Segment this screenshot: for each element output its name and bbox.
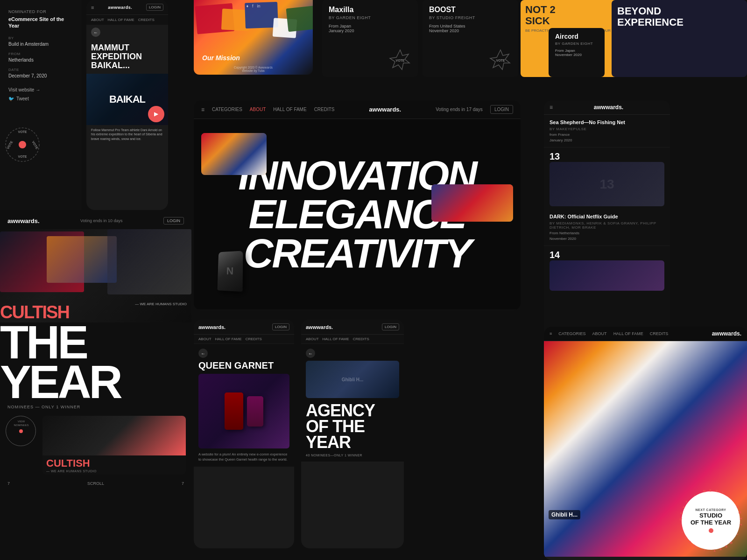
by-label: By: [8, 36, 73, 40]
nav-credits[interactable]: CREDITS: [314, 107, 335, 112]
bphone2-nav-credits[interactable]: CREDITS: [353, 337, 369, 341]
bphone1-nav-hall[interactable]: HALL OF FAME: [215, 337, 242, 341]
rsp-item-sea-shepherd: Sea Shepherd—No Fishing Net BY MAKEYEPUL…: [544, 115, 670, 147]
rsp-brand: awwwards.: [594, 104, 623, 111]
bphone2-back-button[interactable]: ←: [306, 349, 315, 358]
scroll-info: 7 SCROLL 7: [0, 478, 191, 489]
bphone1-nav-about[interactable]: ABOUT: [198, 337, 211, 341]
nav-halloffame[interactable]: HALL OF FAME: [273, 107, 306, 112]
brc-nav-categories[interactable]: CATEGORIES: [558, 331, 585, 336]
collage-img-2: [47, 236, 117, 283]
boost-vote-badge[interactable]: VOTE: [489, 49, 512, 71]
phone-title: MAMMUT EXPEDITION BAIKAL...: [86, 40, 168, 74]
bphone2-nav-hall[interactable]: HALL OF FAME: [323, 337, 349, 341]
beyond-experience-card: BEYONDEXPERIENCE: [612, 0, 747, 77]
phone-back-area: ←: [86, 25, 168, 40]
bphone1-nav: ABOUT HALL OF FAME CREDITS: [194, 335, 294, 344]
bphone2-body: ← Ghibli H... AGENCY OF THE YEAR 40 NOMI…: [301, 344, 404, 462]
phone-nav-about[interactable]: ABOUT: [91, 18, 104, 22]
bl-brand: awwwards.: [7, 217, 40, 224]
cultish-card-info: Cultish — WE ARE HUMANS STUDIO: [42, 455, 186, 475]
rsp-item-dark: DARK: Official Netflix Guide BY MEDIAMON…: [544, 209, 670, 246]
brc-nav-hall[interactable]: HALL OF FAME: [613, 331, 643, 336]
bphone2-nominees: 40 NOMINEES—ONLY 1 WINNER: [306, 454, 399, 457]
bl-voting: Voting ends in 10 days: [80, 218, 123, 223]
bphone2-ghibli-image: Ghibli H...: [306, 361, 399, 398]
beyond-title: BEYONDEXPERIENCE: [617, 6, 741, 28]
nav-categories[interactable]: CATEGORIES: [212, 107, 242, 112]
bphone2-login[interactable]: LOGIN: [382, 323, 399, 330]
scroll-label: SCROLL: [87, 481, 104, 486]
maxilla-vote-area[interactable]: VOTE: [329, 49, 411, 71]
bphone1-nav-credits[interactable]: CREDITS: [246, 337, 262, 341]
bl-collage: Cultish — WE ARE HUMANS STUDIO: [0, 229, 191, 322]
vote-circle-left[interactable]: VOTE VOTE VOTE VOTE: [4, 126, 41, 163]
nominees-area: VIEWNOMINEES Cultish — WE ARE HUMANS STU…: [0, 412, 191, 478]
bphone1-login[interactable]: LOGIN: [272, 323, 289, 330]
usb-shape: [217, 251, 243, 292]
brc-nav-about[interactable]: ABOUT: [592, 331, 607, 336]
dark-thumbnail: 13: [550, 162, 664, 206]
phone-login-button[interactable]: LOGIN: [146, 4, 163, 11]
sea-shepherd-date: January 2020: [550, 138, 664, 142]
nav-hamburger-icon: ≡: [201, 106, 204, 113]
svg-text:VOTE: VOTE: [18, 130, 27, 133]
brc-nav-credits[interactable]: CREDITS: [650, 331, 669, 336]
bottom-left-header: awwwards. Voting ends in 10 days LOGIN: [0, 212, 191, 229]
cultish-card: Cultish — WE ARE HUMANS STUDIO: [42, 416, 186, 475]
year-text-area: THE YEAR: [0, 322, 191, 402]
aircord-by: BY GARDEN EIGHT: [555, 42, 598, 46]
bphone2-nav-about[interactable]: ABOUT: [306, 337, 319, 341]
svg-text:VOTE: VOTE: [31, 140, 39, 150]
showcase-nav: ≡ CATEGORIES ABOUT HALL OF FAME CREDITS: [201, 106, 335, 113]
brc-overlay: Ghibli H... next category STUDIOOF THE Y…: [544, 341, 747, 557]
boost-vote-label[interactable]: VOTE: [496, 59, 505, 62]
visit-website-link[interactable]: Visit website →: [8, 87, 73, 92]
view-label: VIEWNOMINEES: [10, 420, 33, 427]
vote-label[interactable]: VOTE: [395, 59, 404, 62]
svg-point-1: [19, 141, 26, 148]
dark-by: BY MEDIAMONKS, HENRIK & SOFIA GRANNY, PH…: [550, 221, 664, 230]
top-collage: ♦ f in Copyright 2020 © AwwwardsWebsite …: [194, 0, 313, 75]
year-main-text: THE YEAR: [0, 322, 191, 402]
phone-nav-credits[interactable]: CREDITS: [138, 18, 155, 22]
rsp-header: ≡ awwwards.: [544, 100, 670, 115]
bphone1-product-image: [198, 374, 289, 448]
maxilla-by: BY GARDEN EIGHT: [329, 15, 411, 20]
rsp-hamburger-icon: ≡: [550, 104, 553, 111]
award-title: eCommerce Site of the Year: [8, 16, 73, 29]
dark-thumbnail-2: [550, 260, 664, 291]
phone-brand: awwwards.: [108, 5, 132, 10]
boost-by: BY STUDIO FREIGHT: [429, 15, 512, 20]
nav-about[interactable]: ABOUT: [250, 107, 266, 112]
phone-nav-halloffame[interactable]: HALL OF FAME: [108, 18, 134, 22]
brc-header: ≡ CATEGORIES ABOUT HALL OF FAME CREDITS …: [544, 327, 747, 341]
tweet-button[interactable]: 🐦 Tweet: [8, 96, 73, 101]
phone-back-button[interactable]: ←: [91, 28, 100, 37]
scroll-num-2: 7: [182, 481, 184, 486]
by-value: Build in Amsterdam: [8, 41, 73, 47]
boost-date: November 2020: [429, 28, 512, 33]
showcase-right: Voting ends in 17 days LOGIN: [436, 105, 513, 114]
collage-img-3: [107, 229, 191, 294]
linkedin-social-icon: in: [257, 4, 261, 8]
maxilla-vote-badge[interactable]: VOTE: [389, 49, 411, 71]
bottom-right-collage: ≡ CATEGORIES ABOUT HALL OF FAME CREDITS …: [544, 327, 747, 560]
play-button[interactable]: ▶: [148, 106, 164, 122]
word-creativity: CREATIVITY: [238, 234, 476, 273]
boost-vote-area[interactable]: VOTE: [429, 49, 512, 71]
ghibli-label: Ghibli H...: [549, 510, 580, 519]
maxilla-from: From Japan: [329, 24, 411, 28]
view-nominees-circle[interactable]: VIEWNOMINEES: [6, 416, 36, 446]
boost-from: From United States: [429, 24, 512, 28]
bl-login-button[interactable]: LOGIN: [163, 217, 184, 224]
collage-piece-green: [286, 6, 313, 32]
showcase-login-button[interactable]: LOGIN: [490, 105, 513, 114]
hamburger-icon: ≡: [91, 5, 94, 10]
sea-shepherd-from: from France: [550, 133, 664, 137]
bphone1-back-button[interactable]: ←: [198, 349, 208, 358]
dark-title: DARK: Official Netflix Guide: [550, 214, 664, 220]
brc-body: Ghibli H... next category STUDIOOF THE Y…: [544, 341, 747, 557]
aircord-date: November 2020: [555, 53, 598, 57]
sea-shepherd-title: Sea Shepherd—No Fishing Net: [550, 119, 664, 126]
